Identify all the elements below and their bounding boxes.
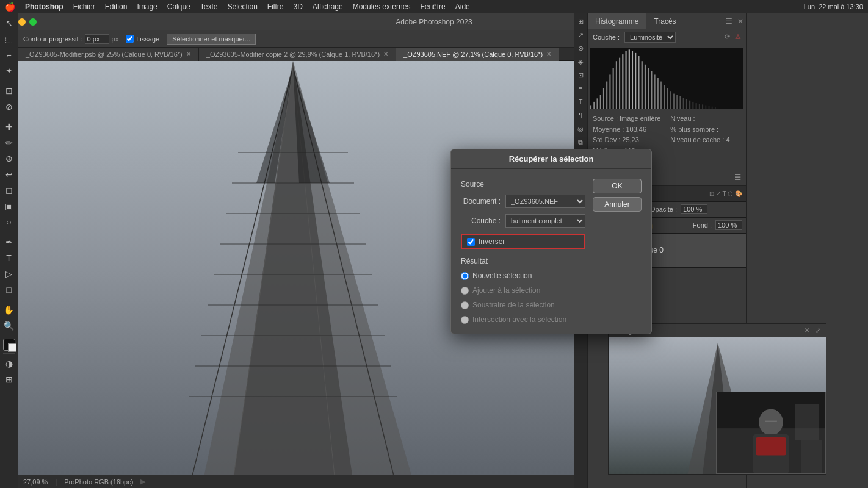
gradient-tool[interactable]: ▣ bbox=[2, 199, 16, 214]
panel-icon-5[interactable]: ⊡ bbox=[575, 70, 586, 81]
foreground-color[interactable] bbox=[3, 339, 15, 351]
source-value: Image entière bbox=[620, 115, 660, 122]
lasso-tool[interactable]: ⌐ bbox=[2, 48, 16, 62]
lissage-checkbox[interactable] bbox=[126, 35, 134, 43]
menu-photoshop[interactable]: Photoshop bbox=[25, 2, 63, 11]
fullscreen-button[interactable] bbox=[29, 18, 37, 26]
brush-tool[interactable]: ✏ bbox=[2, 135, 16, 150]
panel-icon-1[interactable]: ⊞ bbox=[575, 16, 586, 27]
tab-close-0[interactable]: ✕ bbox=[186, 51, 191, 57]
moyenne-label: Moyenne : bbox=[593, 126, 624, 133]
menu-texte[interactable]: Texte bbox=[200, 2, 218, 11]
menu-fenetre[interactable]: Fenêtre bbox=[420, 2, 445, 11]
ok-button[interactable]: OK bbox=[593, 179, 642, 193]
apple-menu[interactable]: 🍎 bbox=[5, 2, 15, 12]
panel-icon-2[interactable]: ↗ bbox=[575, 29, 586, 40]
menu-selection[interactable]: Sélection bbox=[227, 2, 257, 11]
couche-select[interactable]: batiment complet bbox=[505, 214, 585, 228]
panel-icon-9[interactable]: ◎ bbox=[575, 123, 586, 134]
menu-3d[interactable]: 3D bbox=[294, 2, 303, 11]
inverser-checkbox[interactable] bbox=[467, 238, 475, 246]
selection-tool[interactable]: ⬚ bbox=[2, 32, 16, 46]
shape-tool[interactable]: □ bbox=[2, 282, 16, 297]
tab-close-2[interactable]: ✕ bbox=[546, 51, 551, 57]
panel-icon-3[interactable]: ⊗ bbox=[575, 43, 586, 54]
dodge-tool[interactable]: ○ bbox=[2, 215, 16, 229]
tab-close-1[interactable]: ✕ bbox=[383, 51, 388, 57]
feather-label: Contour progressif : bbox=[23, 35, 82, 43]
refresh-icon[interactable]: ⟳ bbox=[725, 33, 730, 41]
select-mask-button[interactable]: Sélectionner et masquer... bbox=[167, 34, 256, 45]
feather-input[interactable] bbox=[85, 34, 109, 44]
panel-icon-8[interactable]: ¶ bbox=[575, 110, 586, 121]
histogram-close[interactable]: ✕ bbox=[737, 17, 746, 26]
zoom-tool[interactable]: 🔍 bbox=[2, 318, 16, 333]
menu-fichier[interactable]: Fichier bbox=[73, 2, 95, 11]
soustraire-selection-radio[interactable] bbox=[461, 301, 469, 309]
panel-icon-7[interactable]: T bbox=[575, 96, 586, 107]
svg-rect-73 bbox=[756, 437, 786, 456]
histogram-options[interactable]: ☰ bbox=[726, 17, 737, 26]
screen-mode[interactable]: ⊞ bbox=[2, 372, 16, 387]
svg-rect-29 bbox=[622, 54, 623, 109]
menu-edition[interactable]: Edition bbox=[105, 2, 128, 11]
tab-0[interactable]: _OZ93605-Modifier.psb @ 25% (Calque 0, R… bbox=[18, 48, 199, 61]
intersection-selection-radio[interactable] bbox=[461, 316, 469, 324]
svg-rect-25 bbox=[609, 74, 610, 109]
panel-icon-4[interactable]: ◈ bbox=[575, 56, 586, 67]
menu-filtre[interactable]: Filtre bbox=[267, 2, 284, 11]
crop-tool[interactable]: ⊡ bbox=[2, 84, 16, 98]
webcam-video bbox=[717, 392, 825, 473]
std-value: 25,23 bbox=[622, 136, 639, 143]
fill-input[interactable] bbox=[715, 220, 742, 230]
hand-tool[interactable]: ✋ bbox=[2, 303, 16, 317]
channel-select[interactable]: Luminosité bbox=[624, 32, 676, 43]
moyenne-value: 103,46 bbox=[626, 126, 646, 133]
ajouter-selection-radio[interactable] bbox=[461, 287, 469, 295]
menu-calque[interactable]: Calque bbox=[167, 2, 190, 11]
minimize-button[interactable] bbox=[18, 18, 26, 26]
tab-2[interactable]: _OZ93605.NEF @ 27,1% (Calque 0, RVB/16*)… bbox=[396, 48, 559, 61]
nouvelle-selection-radio[interactable] bbox=[461, 272, 469, 280]
svg-rect-31 bbox=[629, 49, 630, 109]
mask-mode[interactable]: ◑ bbox=[2, 356, 16, 371]
nav-preview[interactable] bbox=[609, 337, 826, 474]
warning-icon[interactable]: ⚠ bbox=[735, 33, 741, 41]
eyedropper-tool[interactable]: ⊘ bbox=[2, 99, 16, 114]
histogram-tab[interactable]: Histogramme bbox=[588, 13, 646, 29]
path-tool[interactable]: ▷ bbox=[2, 267, 16, 281]
niveau-cache-label: Niveau de cache : bbox=[670, 136, 724, 143]
clone-tool[interactable]: ⊕ bbox=[2, 151, 16, 166]
history-tool[interactable]: ↩ bbox=[2, 167, 16, 182]
menu-modules[interactable]: Modules externes bbox=[353, 2, 411, 11]
menu-affichage[interactable]: Affichage bbox=[313, 2, 343, 11]
webcam-overlay bbox=[716, 392, 826, 474]
menu-aide[interactable]: Aide bbox=[455, 2, 470, 11]
svg-rect-61 bbox=[742, 108, 743, 109]
text-tool[interactable]: T bbox=[2, 251, 16, 265]
document-select[interactable]: _OZ93605.NEF bbox=[505, 195, 585, 208]
opacity-input[interactable] bbox=[681, 204, 707, 214]
move-tool[interactable]: ↖ bbox=[2, 16, 16, 30]
pen-tool[interactable]: ✒ bbox=[2, 235, 16, 249]
svg-rect-54 bbox=[702, 104, 703, 109]
magic-wand-tool[interactable]: ✦ bbox=[2, 63, 16, 78]
svg-rect-74 bbox=[801, 440, 822, 473]
intersection-selection-row: Intersection avec la sélection bbox=[461, 315, 585, 324]
nav-options-icon[interactable]: ✕ bbox=[804, 326, 810, 335]
dialog-fields: Source Document : _OZ93605.NEF Couche : … bbox=[461, 179, 585, 324]
cancel-button[interactable]: Annuler bbox=[593, 197, 642, 212]
panel-icon-10[interactable]: ⧉ bbox=[575, 137, 586, 148]
svg-rect-69 bbox=[795, 404, 820, 440]
svg-rect-51 bbox=[692, 102, 693, 109]
menu-image[interactable]: Image bbox=[137, 2, 157, 11]
tab-1[interactable]: _OZ93605-Modifier copie 2 @ 29,9% (Calqu… bbox=[199, 48, 396, 61]
layers-options-icon[interactable]: ☰ bbox=[734, 173, 741, 182]
panel-icon-6[interactable]: ≡ bbox=[575, 83, 586, 94]
traces-tab[interactable]: Tracés bbox=[646, 13, 684, 29]
inverser-label: Inverser bbox=[479, 237, 505, 246]
heal-tool[interactable]: ✚ bbox=[2, 120, 16, 134]
eraser-tool[interactable]: ◻ bbox=[2, 183, 16, 198]
nav-maximize-icon[interactable]: ⤢ bbox=[815, 326, 821, 335]
svg-rect-42 bbox=[664, 85, 665, 109]
